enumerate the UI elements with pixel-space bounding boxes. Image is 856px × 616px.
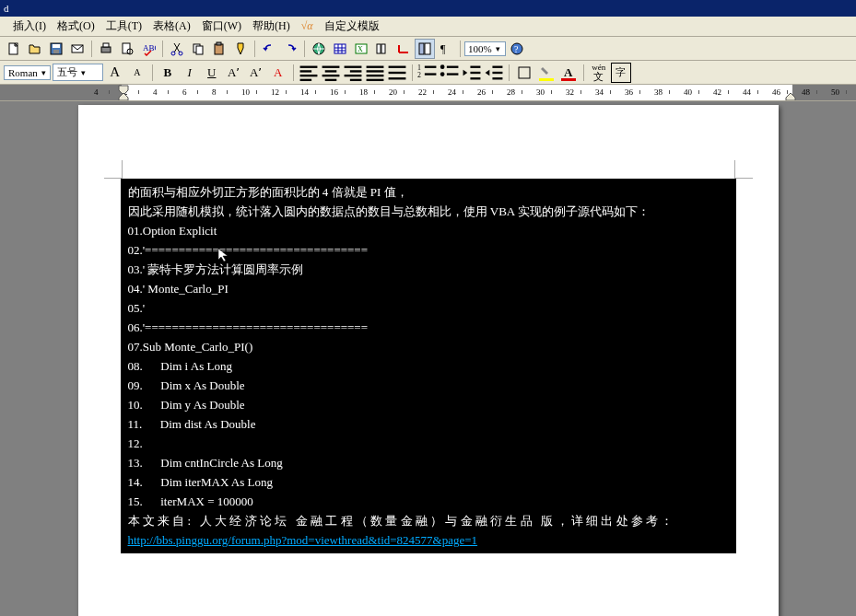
increase-indent-button[interactable] (484, 63, 504, 83)
svg-text:X: X (358, 45, 363, 53)
print-button[interactable] (96, 39, 116, 59)
ruler-tick: 4 (94, 87, 99, 97)
align-left-button[interactable] (299, 63, 319, 83)
svg-rect-6 (103, 43, 109, 47)
font-size-dropdown[interactable]: 五号▾ (53, 64, 103, 81)
ruler-tick: 16 (330, 87, 338, 97)
menu-format[interactable]: 格式(O) (52, 17, 100, 36)
grow-font-button[interactable]: A (105, 63, 125, 83)
border-button[interactable] (514, 63, 534, 83)
ruler-tick: 10 (241, 87, 250, 97)
left-indent-marker[interactable] (118, 92, 129, 101)
highlight-color-button[interactable] (536, 63, 557, 83)
svg-rect-21 (381, 44, 385, 53)
save-button[interactable] (46, 39, 66, 59)
svg-rect-14 (215, 44, 223, 54)
font-color-button[interactable]: A (558, 63, 579, 83)
menu-tools[interactable]: 工具(T) (100, 17, 147, 36)
source-link[interactable]: http://bbs.pinggu.org/forum.php?mod=view… (128, 533, 478, 547)
menu-custom-template[interactable]: 自定义模版 (319, 17, 385, 36)
doc-map-button[interactable] (415, 39, 435, 59)
code-line: 07.Sub Monte_Carlo_PI() (128, 337, 729, 356)
menu-help[interactable]: 帮助(H) (247, 17, 296, 36)
separator (304, 41, 305, 57)
menu-math[interactable]: √α (301, 19, 313, 33)
phonetic-button[interactable]: wén文 (589, 63, 609, 83)
print-preview-button[interactable] (117, 39, 137, 59)
page: 的面积与相应外切正方形的面积比的 4 倍就是 PI 值，因此采用随机模拟，统计落… (78, 105, 779, 616)
svg-rect-20 (377, 44, 381, 53)
ruler-tick: 42 (713, 87, 721, 97)
menu-insert[interactable]: 插入(I) (7, 17, 52, 36)
svg-point-50 (440, 64, 445, 69)
code-line: 04.' Monte_Carlo_PI (128, 279, 729, 298)
char-format-button[interactable]: A (268, 63, 288, 83)
open-button[interactable] (25, 39, 45, 59)
svg-point-11 (179, 52, 182, 55)
ruler-tick: 8 (212, 87, 217, 97)
excel-button[interactable]: X (351, 39, 371, 59)
separator (583, 64, 584, 81)
bullet-list-button[interactable] (440, 63, 460, 83)
align-justify-button[interactable] (365, 63, 385, 83)
subscript-button[interactable]: Aʼ (246, 63, 266, 83)
svg-text:2: 2 (417, 70, 421, 78)
ruler-tick: 44 (743, 87, 751, 97)
document-area[interactable]: 的面积与相应外切正方形的面积比的 4 倍就是 PI 值，因此采用随机模拟，统计落… (0, 101, 856, 616)
svg-rect-60 (519, 67, 530, 78)
svg-rect-13 (196, 46, 203, 54)
font-name-dropdown[interactable]: Roman▾ (4, 65, 51, 80)
paste-button[interactable] (209, 39, 229, 59)
ruler-tick: 20 (389, 87, 397, 97)
italic-button[interactable]: I (180, 63, 200, 83)
align-distribute-button[interactable] (387, 63, 407, 83)
ruler-tick: 34 (595, 87, 604, 97)
menu-table[interactable]: 表格(A) (147, 17, 196, 36)
ruler-tick: 24 (448, 87, 456, 97)
superscript-button[interactable]: Aʼ (224, 63, 244, 83)
code-line: 的面积与相应外切正方形的面积比的 4 倍就是 PI 值， (128, 182, 729, 202)
columns-button[interactable] (372, 39, 393, 59)
shrink-font-button[interactable]: A (127, 63, 147, 83)
format-painter-button[interactable] (230, 39, 251, 59)
ruler-tick: 22 (418, 87, 427, 97)
separator (91, 41, 92, 57)
underline-button[interactable]: U (202, 63, 222, 83)
numbered-list-button[interactable]: 12 (417, 63, 438, 83)
align-right-button[interactable] (343, 63, 363, 83)
zoom-dropdown[interactable]: 100%▾ (464, 41, 506, 56)
drawing-button[interactable] (393, 39, 414, 59)
new-doc-button[interactable] (4, 39, 24, 59)
document-content[interactable]: 的面积与相应外切正方形的面积比的 4 倍就是 PI 值，因此采用随机模拟，统计落… (121, 179, 736, 553)
copy-button[interactable] (188, 39, 208, 59)
ruler-tick: 4 (153, 87, 158, 97)
mail-button[interactable] (67, 39, 88, 59)
right-indent-marker[interactable] (785, 92, 796, 101)
hyperlink-button[interactable] (309, 39, 329, 59)
decrease-indent-button[interactable] (462, 63, 482, 83)
ruler-tick: 38 (654, 87, 663, 97)
undo-button[interactable] (259, 39, 279, 59)
table-button[interactable] (330, 39, 350, 59)
code-line: 12. (128, 434, 729, 453)
horizontal-ruler[interactable]: 4246810121416182022242628303234363840424… (0, 85, 856, 101)
code-line: 06.'================================= (128, 318, 729, 337)
svg-text:¶: ¶ (440, 42, 446, 55)
margin-corner (104, 160, 123, 179)
char-border-button[interactable]: 字 (611, 63, 631, 83)
menu-window[interactable]: 窗口(W) (196, 17, 247, 36)
redo-button[interactable] (280, 39, 300, 59)
help-button[interactable]: ? (507, 39, 527, 59)
ruler-tick: 28 (507, 87, 515, 97)
code-line: 02.'================================= (128, 240, 729, 260)
svg-point-51 (440, 72, 445, 76)
separator (152, 64, 153, 81)
align-center-button[interactable] (321, 63, 341, 83)
spellcheck-button[interactable]: ABC (138, 39, 158, 59)
bold-button[interactable]: B (158, 63, 178, 83)
cut-button[interactable] (167, 39, 187, 59)
svg-text:ABC: ABC (143, 43, 156, 52)
show-marks-button[interactable]: ¶ (436, 39, 456, 59)
code-line: 05.' (128, 298, 729, 318)
source-link-line: http://bbs.pinggu.org/forum.php?mod=view… (128, 530, 729, 550)
